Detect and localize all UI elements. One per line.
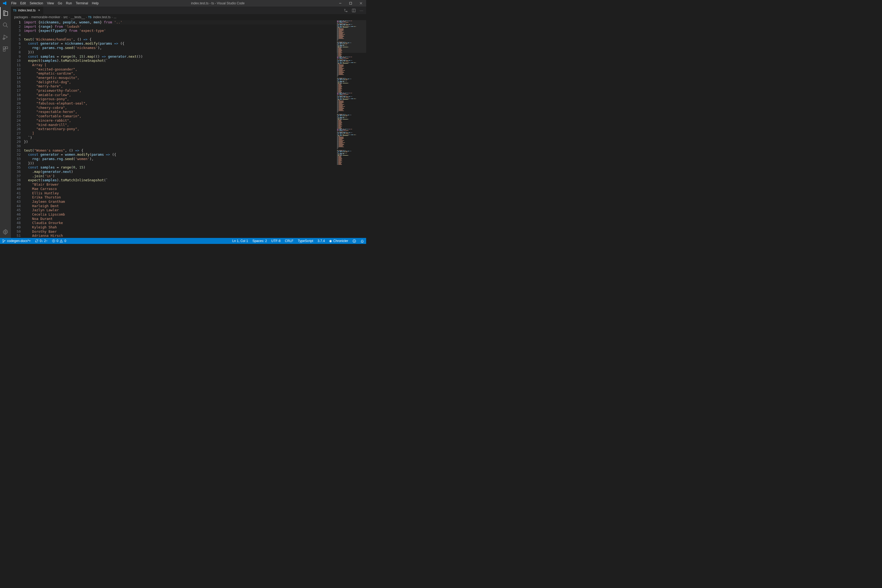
status-chronicler[interactable]: ◉ Chronicler	[327, 239, 350, 243]
more-actions-icon[interactable]: ···	[360, 9, 363, 12]
status-version[interactable]: 3.7.4	[315, 239, 327, 243]
status-language[interactable]: TypeScript	[296, 239, 315, 243]
svg-rect-692	[346, 133, 348, 134]
status-sync[interactable]: 0↓ 2↑	[33, 239, 50, 243]
menu-file[interactable]: File	[9, 0, 18, 6]
breadcrumb-part[interactable]: memorable-moniker	[31, 15, 60, 19]
close-button[interactable]	[356, 0, 366, 6]
svg-rect-303	[340, 63, 342, 63]
svg-rect-71	[346, 25, 348, 26]
status-branch[interactable]: codegen-docs*+	[0, 239, 33, 243]
svg-rect-33	[342, 21, 343, 22]
svg-rect-282	[338, 62, 339, 63]
svg-rect-668	[345, 132, 346, 132]
svg-rect-192	[339, 47, 340, 47]
menu-view[interactable]: View	[45, 0, 56, 6]
minimap[interactable]	[336, 20, 366, 238]
svg-rect-85	[348, 26, 348, 27]
svg-rect-317	[337, 68, 338, 68]
svg-rect-559	[340, 115, 342, 115]
minimize-button[interactable]	[335, 0, 345, 6]
svg-rect-721	[337, 136, 338, 136]
activity-run-debug[interactable]	[0, 31, 11, 43]
svg-rect-327	[337, 71, 338, 71]
svg-rect-805	[344, 154, 345, 154]
breadcrumb[interactable]: packages› memorable-moniker› src› __test…	[11, 14, 366, 20]
svg-rect-40	[344, 22, 345, 22]
svg-rect-248	[345, 58, 345, 58]
breadcrumb-file[interactable]: index.test.ts	[93, 15, 111, 19]
status-spaces[interactable]: Spaces: 2	[250, 239, 269, 243]
split-editor-icon[interactable]	[352, 9, 356, 12]
menu-help[interactable]: Help	[90, 0, 101, 6]
compare-changes-icon[interactable]	[344, 9, 348, 12]
svg-rect-354	[343, 79, 345, 79]
svg-rect-78	[342, 26, 343, 27]
window-title: index.test.ts - ts - Visual Studio Code	[100, 2, 335, 5]
status-feedback[interactable]	[350, 239, 358, 243]
editor[interactable]: 1234567891011121314151617181920212223242…	[11, 20, 366, 238]
svg-rect-778	[339, 152, 340, 152]
svg-rect-713	[356, 135, 356, 135]
svg-rect-28	[351, 21, 352, 21]
svg-rect-505	[354, 99, 355, 99]
menu-run[interactable]: Run	[64, 0, 74, 6]
svg-rect-406	[337, 84, 338, 85]
editor-tab[interactable]: TS index.test.ts ×	[11, 6, 44, 14]
code-content[interactable]: import {nicknames, people, women, men} f…	[24, 20, 336, 238]
status-problems[interactable]: 0 0	[50, 239, 68, 243]
svg-rect-397	[337, 83, 338, 83]
svg-rect-502	[351, 99, 351, 99]
svg-rect-170	[340, 45, 341, 45]
svg-rect-566	[349, 115, 350, 115]
svg-rect-618	[338, 122, 342, 122]
svg-rect-741	[337, 143, 338, 144]
status-notifications[interactable]	[358, 239, 366, 243]
activity-extensions[interactable]	[0, 43, 11, 55]
svg-rect-392	[337, 82, 338, 82]
breadcrumb-part[interactable]: packages	[14, 15, 28, 19]
svg-rect-475	[351, 96, 352, 97]
svg-rect-666	[339, 132, 344, 132]
svg-rect-403	[348, 83, 349, 83]
svg-rect-111	[339, 31, 342, 32]
activity-explorer[interactable]	[0, 7, 11, 19]
svg-rect-88	[351, 26, 351, 27]
menu-selection[interactable]: Selection	[28, 0, 45, 6]
breadcrumb-part[interactable]: __tests__	[71, 15, 85, 19]
svg-rect-511	[342, 99, 342, 100]
svg-rect-522	[337, 103, 338, 103]
svg-rect-422	[337, 90, 338, 90]
breadcrumb-trailing[interactable]: ...	[114, 15, 117, 19]
svg-rect-696	[338, 135, 339, 135]
status-cursor[interactable]: Ln 1, Col 1	[230, 239, 250, 243]
menu-go[interactable]: Go	[56, 0, 64, 6]
breadcrumb-part[interactable]: src	[63, 15, 68, 19]
svg-rect-146	[342, 43, 343, 43]
svg-rect-834	[337, 161, 338, 162]
svg-rect-281	[337, 62, 338, 63]
svg-rect-507	[337, 99, 338, 100]
tab-close-icon[interactable]: ×	[37, 9, 41, 12]
svg-rect-32	[341, 21, 342, 22]
svg-rect-497	[346, 99, 346, 99]
svg-rect-209	[337, 52, 338, 52]
svg-rect-103	[339, 28, 344, 29]
menu-edit[interactable]: Edit	[18, 0, 28, 6]
vscode-logo-icon	[2, 1, 7, 6]
activity-search[interactable]	[0, 19, 11, 31]
status-eol[interactable]: CRLF	[283, 239, 296, 243]
svg-rect-477	[338, 97, 339, 98]
svg-rect-576	[344, 116, 345, 116]
svg-rect-304	[342, 63, 342, 63]
svg-rect-700	[343, 135, 344, 135]
svg-rect-302	[339, 63, 340, 63]
svg-rect-348	[345, 78, 345, 78]
svg-rect-237	[339, 57, 339, 58]
svg-rect-319	[337, 68, 338, 68]
status-encoding[interactable]: UTF-8	[269, 239, 283, 243]
menu-terminal[interactable]: Terminal	[74, 0, 90, 6]
svg-rect-606	[339, 119, 340, 119]
maximize-button[interactable]	[345, 0, 356, 6]
activity-settings[interactable]	[0, 226, 11, 238]
